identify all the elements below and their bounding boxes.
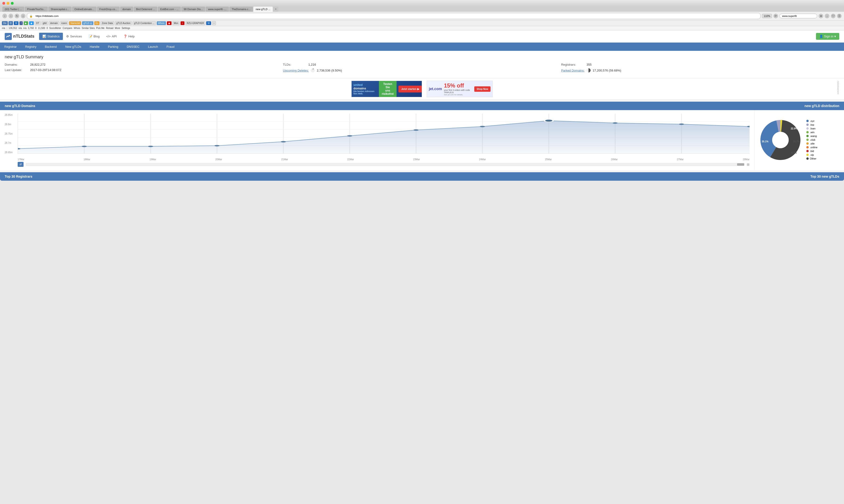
toolbar-gtld[interactable]: gtld — [41, 21, 48, 25]
menu-button[interactable]: ☰ — [837, 14, 842, 18]
toolbar-gtld-auction[interactable]: gTLD Auction — [115, 21, 132, 25]
toolbar-play[interactable]: ▶ — [23, 21, 28, 25]
nav-statistics[interactable]: 📊 Statistics — [39, 33, 63, 40]
toolbar-circle[interactable]: ◉ — [29, 21, 34, 25]
bookmark-zero1[interactable]: 0 — [35, 27, 37, 30]
parked-domains-label[interactable]: Parked Domains: — [561, 69, 585, 72]
bookmark-settings[interactable]: Settings — [121, 27, 130, 30]
bookmark-whois[interactable]: Whois — [74, 27, 80, 30]
ad-banner-jet[interactable]: jet.com 15% off your first 3 orders with… — [427, 81, 493, 97]
toolbar-mon[interactable]: Mon — [172, 21, 180, 25]
services-icon: ⚙ — [66, 35, 69, 38]
sub-nav-parking[interactable]: Parking — [104, 42, 122, 51]
site-header: nTLDStats 📊 Statistics ⚙ Services 📝 Blog — [0, 30, 844, 42]
tab-freshdrop[interactable]: FreshDrop.co... — [97, 6, 120, 12]
tab-twitter[interactable]: (63) Twitter | ... — [2, 6, 24, 12]
sub-nav-new-gtlds[interactable]: New gTLDs — [61, 42, 85, 51]
maximize-button[interactable] — [11, 2, 14, 5]
sub-nav-registry[interactable]: Registry — [21, 42, 41, 51]
toolbar-vortex[interactable]: ◉ — [167, 21, 172, 25]
minimize-button[interactable] — [6, 2, 10, 5]
toolbar-gtld-contention[interactable]: gTLD Contention ... — [133, 21, 156, 25]
bookmark-similar-sites[interactable]: Similar Sites — [82, 27, 95, 30]
tab-98domain[interactable]: 98 Domain Dis... — [181, 6, 205, 12]
new-tab-button[interactable]: + — [273, 6, 278, 12]
tlds-value: 1,216 — [308, 63, 316, 66]
back-button[interactable]: ‹ — [2, 14, 7, 18]
sub-nav-launch[interactable]: Launch — [144, 42, 162, 51]
toolbar-dt[interactable]: DT — [35, 21, 40, 25]
chart-swap-button[interactable]: ⇄ — [18, 162, 23, 167]
reload-button[interactable]: ↻ — [15, 14, 19, 18]
bookmark-sociometer[interactable]: SocioMeter — [49, 27, 61, 30]
toolbar-facebook[interactable]: f — [19, 21, 23, 25]
refresh-button[interactable]: ⟳ — [773, 14, 778, 18]
ad-banner-united-domains[interactable]: united domains Die besten Adressen fürs … — [351, 81, 422, 97]
toolbar-w[interactable]: W — [14, 21, 19, 25]
bookmark-3760[interactable]: 3,760 — [28, 27, 34, 30]
nav-services[interactable]: ⚙ Services — [63, 33, 85, 40]
toolbar-w2[interactable]: W — [206, 21, 211, 25]
bookmark-reload[interactable]: Reload — [106, 27, 114, 30]
sub-nav-registrar[interactable]: Registrar — [0, 42, 21, 51]
bookmark-na1[interactable]: n/a — [2, 27, 5, 30]
toolbar-whois[interactable]: Whois — [157, 21, 166, 25]
api-icon: </> — [106, 35, 111, 38]
bookmark-na3[interactable]: n/a — [23, 27, 27, 30]
address-input[interactable] — [34, 14, 758, 18]
search-input[interactable] — [779, 14, 817, 18]
toolbar-icann[interactable]: icann — [60, 21, 69, 25]
chart-scrollbar-thumb[interactable] — [737, 163, 744, 166]
registrars-value: 355 — [587, 63, 592, 66]
upcoming-deletes-label[interactable]: Upcoming Deletes: — [283, 69, 309, 72]
toolbar-do[interactable]: Do — [2, 21, 8, 25]
tab-newtld[interactable]: new gTLD ... — [253, 6, 273, 12]
toolbar-plus[interactable]: + — [180, 21, 185, 25]
sub-nav-fraud[interactable]: Fraud — [162, 42, 179, 51]
bookmark-pick-me[interactable]: Pick Me — [96, 27, 105, 30]
downloads-button[interactable]: ↓ — [825, 14, 829, 18]
top30-gtlds-title: Top 30 new gTLDs — [810, 175, 839, 178]
toolbar-rzu[interactable]: RZU-GRAPHER — [185, 21, 205, 25]
bookmark-more[interactable]: More — [115, 27, 120, 30]
tab-superfit[interactable]: www.superfit -... — [206, 6, 229, 12]
bookmark-na2[interactable]: n/a — [19, 27, 22, 30]
tab-birddeterrent[interactable]: Bird Deterrent ... — [134, 6, 157, 12]
chart-scrollbar[interactable] — [26, 163, 744, 166]
toolbar-domain[interactable]: domain — [49, 21, 59, 25]
toolbar-es[interactable]: Es — [94, 21, 100, 25]
tab-thedomains[interactable]: TheDomains.c... — [229, 6, 253, 12]
bookmark-count1[interactable]: 136,552 — [9, 27, 17, 30]
tab-privatetour[interactable]: PrivateTourSo... — [25, 6, 48, 12]
toolbar-d[interactable]: D — [8, 21, 13, 25]
toolbar-zone-data[interactable]: Zone Data — [100, 21, 114, 25]
bookmarks-button[interactable]: ★ — [819, 14, 823, 18]
legend-vip: .vip — [806, 154, 817, 156]
home-button[interactable]: ⌂ — [21, 14, 25, 18]
bottom-section: Top 30 Registrars Top 30 new gTLDs — [0, 172, 844, 181]
nav-api[interactable]: </> API — [103, 33, 120, 40]
tab-onlineestimato[interactable]: OnlineEstimato... — [72, 6, 97, 12]
close-button[interactable] — [2, 2, 5, 5]
tab-domain[interactable]: domain — [120, 6, 133, 12]
nav-blog[interactable]: 📝 Blog — [85, 33, 103, 40]
bookmark-zero2[interactable]: 0 — [47, 27, 48, 30]
toolbar-more[interactable]: » — [212, 21, 216, 25]
toolbar-gtld2[interactable]: gTLD ◎ — [82, 21, 93, 25]
tab-sharecapital[interactable]: Sharecapital.c... — [48, 6, 72, 12]
sub-nav-handle[interactable]: Handle — [85, 42, 104, 51]
toolbar-namejet[interactable]: NameJet — [69, 21, 81, 25]
browser-toolbar: Do D W f ▶ ◉ DT gtld domain icann NameJe… — [0, 20, 844, 26]
tab-estibot[interactable]: EstiBot.com - ... — [158, 6, 181, 12]
statistics-icon: 📊 — [42, 35, 46, 38]
bookmark-compare[interactable]: Compare — [63, 27, 72, 30]
security-button[interactable]: 🛡 — [831, 14, 836, 18]
sub-nav-backend[interactable]: Backend — [40, 42, 61, 51]
nav-help[interactable]: ❓ Help — [120, 33, 138, 40]
site-logo[interactable]: nTLDStats — [5, 33, 34, 40]
bookmark-11500[interactable]: 11,500 — [38, 27, 45, 30]
forward-button[interactable]: › — [8, 14, 13, 18]
sign-in-button[interactable]: 👤 Sign in ▾ — [816, 33, 839, 40]
sub-nav-dnssec[interactable]: DNSSEC — [122, 42, 144, 51]
shop-now-button[interactable]: Shop Now — [474, 86, 490, 92]
